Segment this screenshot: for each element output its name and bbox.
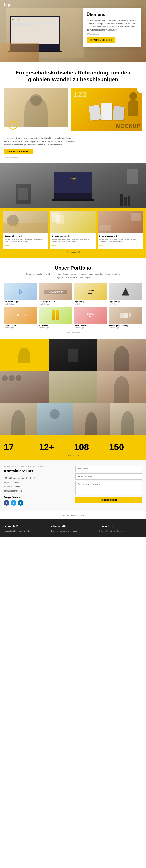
portfolio-image-3: FORMADESIGN xyxy=(74,283,107,300)
contact-name-input[interactable] xyxy=(75,466,142,472)
card-link-1[interactable]: HIDE xyxy=(5,245,9,247)
card-text-1: Sample-links Click to enter the text box… xyxy=(5,238,47,243)
footer-text-1: Beispielstext für eine Fußzeile xyxy=(4,530,47,533)
portfolio-image-4 xyxy=(109,283,142,300)
stats-section: AUSZEICHNUNGEN GEWONNEN 17 37 JAHRE 12+ … xyxy=(0,435,146,460)
legal-section: ©2024 Datenschutzrichtlinie xyxy=(0,511,146,520)
photo-cell-person2 xyxy=(97,371,146,403)
navbar: bgo xyxy=(0,0,146,10)
portfolio-item-1[interactable]: b Markenkampagne Grafikdesign xyxy=(4,283,37,305)
legal-text: ©2024 Datenschutzrichtlinie xyxy=(61,515,85,517)
rebranding-credit: Bilder von Freepik xyxy=(4,156,78,158)
card-link-3[interactable]: HIDE xyxy=(99,245,104,247)
portfolio-grid: b Markenkampagne Grafikdesign Strategy &… xyxy=(4,283,142,329)
contact-tel-1: Tel: 01 - 2345678 xyxy=(4,480,71,485)
stat-number-years: 12+ xyxy=(39,443,72,452)
footer-heading-3: Überschrift xyxy=(99,525,142,528)
portfolio-sublabel-1: Grafikdesign xyxy=(4,303,37,305)
stat-number-projects: 150 xyxy=(109,443,142,452)
portfolio-heading: Unser Portfolio xyxy=(4,265,142,271)
portfolio-image-5: STELLA xyxy=(4,307,37,323)
contact-tel-2: Tel: 02 - 87654321 xyxy=(4,485,71,489)
stat-item-clients: KUNDEN 108 xyxy=(74,440,107,452)
portfolio-image-7: FRUTAJUICE xyxy=(74,307,107,323)
nav-logo[interactable]: bgo xyxy=(4,2,11,7)
photo-row-3 xyxy=(0,403,146,435)
card-title-1: Beispielüberschrift xyxy=(5,235,47,237)
hero-text: Bis zu einem gewissen Grad ist es uns ge… xyxy=(87,19,137,32)
hero-cta-button[interactable]: ERFAHREN SIE MEHR xyxy=(87,37,115,43)
photo-grid-section xyxy=(0,339,146,435)
portfolio-sublabel-5: Grafikdesign xyxy=(4,327,37,329)
cards-section: mockupdesign Beispielüberschrift xyxy=(0,163,146,258)
rebranding-section: Ein geschäftskritisches Rebranding, um d… xyxy=(0,62,146,163)
contact-email-input[interactable] xyxy=(75,473,142,479)
hero-card: Über uns Bis zu einem gewissen Grad ist … xyxy=(83,8,141,47)
contact-form-column: EINSCHREIBEN xyxy=(75,466,142,503)
portfolio-label-7: Poster Design xyxy=(74,324,107,327)
card-item-2: Beispielüberschrift Sample-links Click t… xyxy=(51,211,96,249)
photo-cell-r3-2 xyxy=(37,403,73,435)
footer-col-2: Überschrift Beispielstext für eine Fußze… xyxy=(51,525,95,533)
footer-text-2: Beispielstext für eine Fußzeile xyxy=(51,530,95,533)
photo-cell-r3-1 xyxy=(0,403,37,435)
desk-scene-image: mockupdesign xyxy=(0,163,146,208)
portfolio-item-5[interactable]: STELLA Poster Design Grafikdesign xyxy=(4,307,37,329)
portfolio-label-5: Poster Design xyxy=(4,324,37,327)
portfolio-item-8[interactable]: Eine Corporate Identity Grafikdesign xyxy=(109,307,142,329)
photo-cell-r3-4 xyxy=(110,403,146,435)
stat-item-projects: PROJEKTE 150 xyxy=(109,440,142,452)
footer: Überschrift Beispielstext für eine Fußze… xyxy=(0,520,146,537)
card-link-2[interactable]: HIDE xyxy=(52,245,56,247)
subscribe-button[interactable]: EINSCHREIBEN xyxy=(75,497,142,503)
portfolio-item-6[interactable]: Saftflasche Grafikdesign xyxy=(39,307,72,329)
photo-row-2 xyxy=(0,371,146,403)
card-title-3: Beispielüberschrift xyxy=(99,235,141,237)
social-icon-facebook[interactable]: f xyxy=(4,500,9,506)
social-icons-row: f t in xyxy=(4,500,71,506)
hamburger-menu[interactable] xyxy=(138,3,142,6)
photo-cell-wall xyxy=(49,371,97,403)
contact-message-input[interactable] xyxy=(75,481,142,495)
portfolio-credit: Bilder von Freepik xyxy=(4,332,142,334)
stats-grid: AUSZEICHNUNGEN GEWONNEN 17 37 JAHRE 12+ … xyxy=(4,440,142,452)
portfolio-image-8 xyxy=(109,307,142,323)
contact-newsletter-label: ABONNIEREN SIE UNSEREN NEWSLETTER xyxy=(4,466,71,468)
portfolio-label-8: Eine Corporate Identity xyxy=(109,324,142,327)
portfolio-item-3[interactable]: FORMADESIGN Logo Design Grafikdesign xyxy=(74,283,107,305)
contact-grid: ABONNIEREN SIE UNSEREN NEWSLETTER Kontak… xyxy=(4,466,142,506)
portfolio-label-2: Webdesign-Website xyxy=(39,301,72,303)
portfolio-image-6 xyxy=(39,307,72,323)
portfolio-intro: Lorem ipsum dolor sit amet, consectetur … xyxy=(26,273,120,279)
portfolio-section: Unser Portfolio Lorem ipsum dolor sit am… xyxy=(0,258,146,339)
card-image-3 xyxy=(97,211,143,233)
contact-title: Kontaktiere uns xyxy=(4,469,71,473)
portfolio-image-2: Strategy & Managementof the Organization xyxy=(39,283,72,300)
portfolio-sublabel-8: Grafikdesign xyxy=(109,327,142,329)
footer-heading-2: Überschrift xyxy=(51,525,95,528)
photo-cell-person1 xyxy=(97,339,146,371)
stat-item-years: 37 JAHRE 12+ xyxy=(39,440,72,452)
photo-cell-r3-3 xyxy=(73,403,110,435)
rebranding-text: Lorem ipsum dolor sit amet, consectetur … xyxy=(4,136,78,147)
stat-number-awards: 17 xyxy=(4,443,37,452)
portfolio-label-4: Logo Design xyxy=(109,301,142,303)
social-icon-twitter[interactable]: t xyxy=(11,500,16,506)
footer-col-1: Überschrift Beispielstext für eine Fußze… xyxy=(4,525,47,533)
portfolio-label-6: Saftflasche xyxy=(39,324,72,327)
portfolio-sublabel-4: Grafikdesign xyxy=(109,303,142,305)
photo-cell-yellow xyxy=(0,339,49,371)
card-title-2: Beispielüberschrift xyxy=(52,235,94,237)
footer-heading-1: Überschrift xyxy=(4,525,47,528)
portfolio-label-1: Markenkampagne xyxy=(4,301,37,303)
contact-info-column: ABONNIEREN SIE UNSEREN NEWSLETTER Kontak… xyxy=(4,466,71,506)
social-icon-linkedin[interactable]: in xyxy=(18,500,23,506)
stats-credit: Bild von Freepik xyxy=(4,454,142,456)
card-image-1 xyxy=(3,211,49,233)
rebranding-cta-button[interactable]: ERFAHREN SIE MEHR xyxy=(4,149,32,154)
portfolio-item-7[interactable]: FRUTAJUICE Poster Design Grafikdesign xyxy=(74,307,107,329)
portfolio-item-4[interactable]: Logo Design Grafikdesign xyxy=(109,283,142,305)
contact-section: ABONNIEREN SIE UNSEREN NEWSLETTER Kontak… xyxy=(0,460,146,511)
card-item-1: Beispielüberschrift Sample-links Click t… xyxy=(3,211,49,249)
portfolio-item-2[interactable]: Strategy & Managementof the Organization… xyxy=(39,283,72,305)
